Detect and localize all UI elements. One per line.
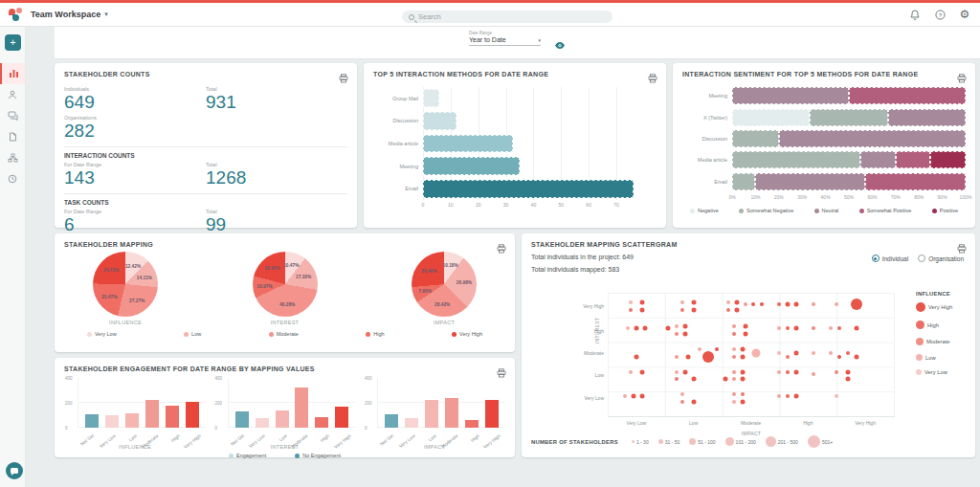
search-input[interactable]: Search: [402, 11, 612, 23]
sidebar-item-interactions[interactable]: [0, 105, 25, 126]
size-label: 1 - 30: [636, 439, 649, 445]
bar: [425, 400, 438, 428]
bar-category-label: Media article: [373, 141, 423, 146]
legend-label: High: [373, 331, 384, 337]
legend-item[interactable]: Neutral: [814, 208, 839, 213]
legend-dot: [916, 369, 922, 375]
settings-gear-icon[interactable]: ⚙: [959, 9, 970, 20]
add-button[interactable]: +: [5, 34, 21, 51]
bar: [423, 157, 520, 175]
scatter-dot: [835, 394, 838, 398]
legend-label: Somewhat Negative: [746, 208, 793, 213]
workspace-switcher[interactable]: Team Workspace ▾: [31, 10, 108, 19]
legend-label: Very Low: [95, 331, 117, 337]
y-tick: 0: [215, 426, 218, 431]
legend-item[interactable]: Very High: [452, 331, 482, 337]
visibility-eye-button[interactable]: [554, 36, 566, 54]
print-icon[interactable]: [497, 240, 506, 257]
scatter-dot: [629, 370, 633, 374]
interactions-total-value: 1268: [206, 167, 347, 188]
sentiment-segment: [810, 109, 889, 126]
app-root: Team Workspace ▾ Search ? ⚙ +: [0, 0, 980, 487]
x-tick: 80%: [914, 194, 924, 200]
scatter-dot: [642, 326, 647, 331]
scatter-dot: [777, 370, 781, 374]
bar: [445, 398, 458, 428]
scatter-dot: [855, 326, 859, 331]
legend-label: Negative: [698, 208, 719, 213]
legend-item[interactable]: Engagement: [229, 453, 266, 458]
pie-slice-label: 12.42%: [125, 263, 141, 268]
bar-category-label: Group Mail: [373, 96, 423, 101]
sentiment-category-label: X (Twitter): [682, 115, 732, 121]
engagement-segment: [485, 411, 499, 428]
scatter-dot: [740, 369, 745, 374]
bar-category-label: High: [170, 433, 181, 443]
sentiment-legend: NegativeSomewhat NegativeNeutralSomewhat…: [682, 208, 966, 213]
scatter-dot: [777, 302, 781, 306]
bar: [105, 415, 119, 428]
legend-item[interactable]: Positive: [932, 208, 958, 213]
engagement-chart: 4002000Not SetVery LowLowModerateHighVer…: [364, 378, 505, 450]
print-icon[interactable]: [339, 70, 348, 87]
date-range-select[interactable]: Date Range Year to Date ▾: [469, 31, 541, 46]
scatter-dot: [723, 377, 727, 382]
print-icon[interactable]: [648, 70, 657, 87]
tasks-range-value: 6: [64, 214, 206, 234]
bar-chart-icon: [9, 69, 19, 78]
bar-row: Media article: [373, 132, 657, 155]
bar: [423, 180, 634, 198]
support-chat-button[interactable]: [6, 462, 23, 479]
sidebar-item-history[interactable]: [0, 168, 25, 189]
legend-item[interactable]: Somewhat Positive: [859, 208, 912, 213]
engagement-chart: 4002000Not SetVery LowLowModerateHighVer…: [214, 378, 356, 450]
scatter-dot: [675, 370, 679, 374]
pie-slice-label: 21.47%: [101, 294, 117, 299]
no-engagement-segment: [445, 398, 458, 411]
sidebar-item-dashboard[interactable]: [0, 63, 25, 84]
legend-item[interactable]: Moderate: [269, 331, 299, 337]
pie-slice-label: 10.18%: [442, 262, 457, 267]
top-bar: Team Workspace ▾ Search ? ⚙: [0, 3, 980, 27]
help-icon[interactable]: ?: [934, 9, 946, 20]
legend-item[interactable]: Very Low: [87, 331, 117, 337]
scatter-dot: [702, 351, 714, 363]
bar: [423, 112, 457, 130]
sidebar-item-documents[interactable]: [0, 126, 25, 147]
legend-item[interactable]: High: [366, 331, 384, 337]
legend-dot: [916, 354, 923, 361]
legend-item[interactable]: Negative: [690, 208, 719, 213]
radio-organisation[interactable]: Organisation: [918, 255, 964, 262]
x-tick: 70: [613, 202, 619, 208]
legend-dot: [366, 332, 370, 337]
radio-individual[interactable]: Individual: [872, 255, 908, 262]
bar-category-label: High: [320, 433, 330, 443]
scatter-dot: [846, 377, 851, 382]
scatter-dot: [629, 308, 633, 312]
legend-label: Positive: [940, 208, 958, 213]
notifications-bell-icon[interactable]: [909, 9, 921, 20]
bar-category-label: Low: [278, 433, 287, 442]
pie-block: 10.18%26.98%28.42%7.95%26.46%IMPACT: [412, 252, 477, 325]
legend-item[interactable]: Low: [184, 331, 201, 337]
legend-label: Low: [191, 331, 201, 337]
sidebar-nav: [0, 63, 25, 189]
legend-dot: [916, 338, 924, 345]
scatter-dot: [794, 326, 799, 331]
sentiment-stacked-chart: MeetingX (Twitter)DiscussionMedia articl…: [682, 85, 966, 213]
sidebar-item-hierarchy[interactable]: [0, 147, 25, 168]
radio-icon: [872, 255, 880, 262]
x-tick: 20%: [774, 194, 784, 200]
influence-legend-title: INFLUENCE: [916, 291, 966, 297]
chat-bubble-icon: [11, 468, 18, 474]
legend-item[interactable]: Somewhat Negative: [739, 208, 793, 213]
engagement-segment: [235, 420, 249, 428]
scatter-dot: [752, 349, 761, 358]
legend-item[interactable]: No Engagement: [295, 453, 341, 458]
scatter-dot: [639, 369, 644, 374]
scatter-dot: [837, 326, 841, 330]
x-tick: 40%: [821, 194, 831, 200]
sidebar-item-stakeholders[interactable]: [0, 84, 25, 105]
sentiment-segment: [849, 87, 966, 104]
size-dot: [632, 440, 635, 443]
